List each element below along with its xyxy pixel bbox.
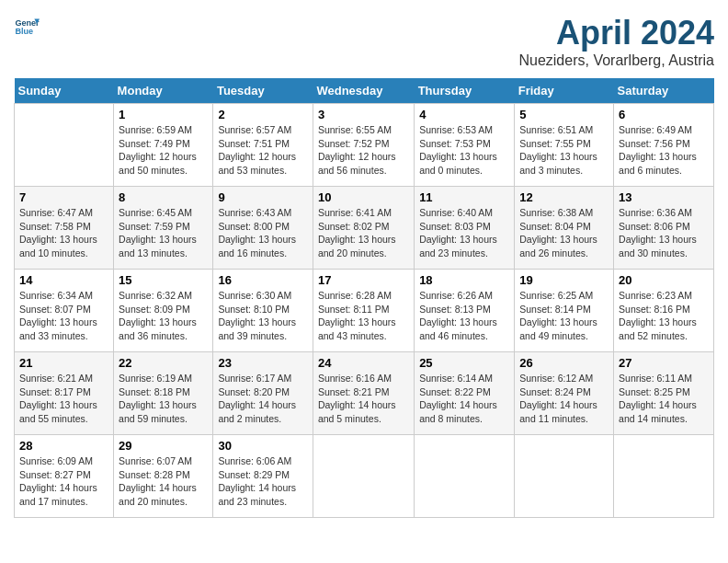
calendar-cell: 30Sunrise: 6:06 AM Sunset: 8:29 PM Dayli… — [213, 435, 313, 518]
calendar-cell: 29Sunrise: 6:07 AM Sunset: 8:28 PM Dayli… — [114, 435, 213, 518]
header-friday: Friday — [515, 78, 614, 104]
calendar-cell: 2Sunrise: 6:57 AM Sunset: 7:51 PM Daylig… — [213, 104, 313, 187]
calendar-cell: 9Sunrise: 6:43 AM Sunset: 8:00 PM Daylig… — [213, 187, 313, 270]
calendar-week-row: 7Sunrise: 6:47 AM Sunset: 7:58 PM Daylig… — [15, 187, 714, 270]
day-number: 17 — [318, 273, 409, 287]
day-number: 25 — [419, 356, 509, 370]
day-info: Sunrise: 6:53 AM Sunset: 7:53 PM Dayligh… — [419, 123, 509, 178]
header-wednesday: Wednesday — [313, 78, 414, 104]
calendar-cell: 20Sunrise: 6:23 AM Sunset: 8:16 PM Dayli… — [614, 270, 714, 352]
day-info: Sunrise: 6:26 AM Sunset: 8:13 PM Dayligh… — [419, 289, 509, 343]
day-number: 4 — [419, 108, 509, 121]
calendar-cell — [614, 435, 714, 518]
day-number: 3 — [318, 108, 409, 121]
day-info: Sunrise: 6:25 AM Sunset: 8:14 PM Dayligh… — [519, 289, 609, 343]
calendar-cell: 3Sunrise: 6:55 AM Sunset: 7:52 PM Daylig… — [313, 104, 414, 187]
day-number: 14 — [19, 273, 108, 287]
day-number: 6 — [619, 108, 709, 121]
calendar-cell: 7Sunrise: 6:47 AM Sunset: 7:58 PM Daylig… — [15, 187, 114, 270]
day-info: Sunrise: 6:09 AM Sunset: 8:27 PM Dayligh… — [19, 454, 108, 509]
month-title: April 2024 — [518, 14, 714, 52]
day-number: 21 — [19, 356, 108, 370]
calendar-week-row: 21Sunrise: 6:21 AM Sunset: 8:17 PM Dayli… — [15, 352, 714, 435]
header-saturday: Saturday — [614, 78, 714, 104]
calendar-cell: 8Sunrise: 6:45 AM Sunset: 7:59 PM Daylig… — [114, 187, 213, 270]
day-info: Sunrise: 6:06 AM Sunset: 8:29 PM Dayligh… — [218, 454, 308, 509]
calendar-week-row: 14Sunrise: 6:34 AM Sunset: 8:07 PM Dayli… — [15, 270, 714, 352]
calendar-cell: 15Sunrise: 6:32 AM Sunset: 8:09 PM Dayli… — [114, 270, 213, 352]
day-info: Sunrise: 6:51 AM Sunset: 7:55 PM Dayligh… — [519, 123, 609, 178]
day-number: 29 — [119, 439, 208, 453]
calendar-cell: 13Sunrise: 6:36 AM Sunset: 8:06 PM Dayli… — [614, 187, 714, 270]
day-number: 22 — [119, 356, 208, 370]
header-tuesday: Tuesday — [213, 78, 313, 104]
calendar-cell: 24Sunrise: 6:16 AM Sunset: 8:21 PM Dayli… — [313, 352, 414, 435]
day-number: 30 — [218, 439, 308, 453]
day-info: Sunrise: 6:28 AM Sunset: 8:11 PM Dayligh… — [318, 289, 409, 343]
day-info: Sunrise: 6:41 AM Sunset: 8:02 PM Dayligh… — [318, 206, 409, 260]
day-number: 2 — [218, 108, 308, 121]
calendar-cell — [313, 435, 414, 518]
day-info: Sunrise: 6:19 AM Sunset: 8:18 PM Dayligh… — [119, 372, 208, 426]
day-info: Sunrise: 6:21 AM Sunset: 8:17 PM Dayligh… — [19, 372, 108, 426]
day-info: Sunrise: 6:14 AM Sunset: 8:22 PM Dayligh… — [419, 372, 509, 426]
calendar-header-row: Sunday Monday Tuesday Wednesday Thursday… — [15, 78, 714, 104]
calendar-cell: 14Sunrise: 6:34 AM Sunset: 8:07 PM Dayli… — [15, 270, 114, 352]
logo-icon: General Blue — [14, 14, 40, 40]
day-info: Sunrise: 6:23 AM Sunset: 8:16 PM Dayligh… — [619, 289, 709, 343]
day-info: Sunrise: 6:12 AM Sunset: 8:24 PM Dayligh… — [519, 372, 609, 426]
calendar-cell: 22Sunrise: 6:19 AM Sunset: 8:18 PM Dayli… — [114, 352, 213, 435]
logo: General Blue — [14, 14, 40, 40]
day-number: 1 — [119, 108, 208, 121]
day-number: 8 — [119, 190, 208, 204]
header-monday: Monday — [114, 78, 213, 104]
calendar-cell — [15, 104, 114, 187]
day-number: 19 — [519, 273, 609, 287]
day-number: 9 — [218, 190, 308, 204]
calendar-cell: 11Sunrise: 6:40 AM Sunset: 8:03 PM Dayli… — [415, 187, 515, 270]
header-thursday: Thursday — [415, 78, 515, 104]
calendar-cell: 23Sunrise: 6:17 AM Sunset: 8:20 PM Dayli… — [213, 352, 313, 435]
day-number: 28 — [19, 439, 108, 453]
calendar-table: Sunday Monday Tuesday Wednesday Thursday… — [14, 78, 714, 518]
day-number: 23 — [218, 356, 308, 370]
day-info: Sunrise: 6:38 AM Sunset: 8:04 PM Dayligh… — [519, 206, 609, 260]
day-number: 15 — [119, 273, 208, 287]
day-number: 10 — [318, 190, 409, 204]
calendar-cell: 27Sunrise: 6:11 AM Sunset: 8:25 PM Dayli… — [614, 352, 714, 435]
calendar-week-row: 28Sunrise: 6:09 AM Sunset: 8:27 PM Dayli… — [15, 435, 714, 518]
svg-text:Blue: Blue — [15, 27, 33, 36]
day-info: Sunrise: 6:07 AM Sunset: 8:28 PM Dayligh… — [119, 454, 208, 509]
calendar-cell: 26Sunrise: 6:12 AM Sunset: 8:24 PM Dayli… — [515, 352, 614, 435]
calendar-cell: 5Sunrise: 6:51 AM Sunset: 7:55 PM Daylig… — [515, 104, 614, 187]
calendar-cell: 10Sunrise: 6:41 AM Sunset: 8:02 PM Dayli… — [313, 187, 414, 270]
day-number: 27 — [619, 356, 709, 370]
calendar-cell: 19Sunrise: 6:25 AM Sunset: 8:14 PM Dayli… — [515, 270, 614, 352]
day-info: Sunrise: 6:32 AM Sunset: 8:09 PM Dayligh… — [119, 289, 208, 343]
day-info: Sunrise: 6:30 AM Sunset: 8:10 PM Dayligh… — [218, 289, 308, 343]
day-number: 24 — [318, 356, 409, 370]
day-info: Sunrise: 6:36 AM Sunset: 8:06 PM Dayligh… — [619, 206, 709, 260]
calendar-cell: 16Sunrise: 6:30 AM Sunset: 8:10 PM Dayli… — [213, 270, 313, 352]
day-info: Sunrise: 6:16 AM Sunset: 8:21 PM Dayligh… — [318, 372, 409, 426]
day-number: 20 — [619, 273, 709, 287]
day-number: 13 — [619, 190, 709, 204]
day-info: Sunrise: 6:47 AM Sunset: 7:58 PM Dayligh… — [19, 206, 108, 260]
title-section: April 2024 Nueziders, Vorarlberg, Austri… — [518, 14, 714, 69]
day-number: 18 — [419, 273, 509, 287]
location-title: Nueziders, Vorarlberg, Austria — [518, 52, 714, 69]
day-info: Sunrise: 6:59 AM Sunset: 7:49 PM Dayligh… — [119, 123, 208, 178]
day-number: 12 — [519, 190, 609, 204]
day-info: Sunrise: 6:11 AM Sunset: 8:25 PM Dayligh… — [619, 372, 709, 426]
calendar-cell: 28Sunrise: 6:09 AM Sunset: 8:27 PM Dayli… — [15, 435, 114, 518]
day-info: Sunrise: 6:40 AM Sunset: 8:03 PM Dayligh… — [419, 206, 509, 260]
day-info: Sunrise: 6:43 AM Sunset: 8:00 PM Dayligh… — [218, 206, 308, 260]
day-number: 26 — [519, 356, 609, 370]
calendar-cell: 6Sunrise: 6:49 AM Sunset: 7:56 PM Daylig… — [614, 104, 714, 187]
day-info: Sunrise: 6:49 AM Sunset: 7:56 PM Dayligh… — [619, 123, 709, 178]
calendar-cell: 1Sunrise: 6:59 AM Sunset: 7:49 PM Daylig… — [114, 104, 213, 187]
calendar-cell: 21Sunrise: 6:21 AM Sunset: 8:17 PM Dayli… — [15, 352, 114, 435]
calendar-cell: 25Sunrise: 6:14 AM Sunset: 8:22 PM Dayli… — [415, 352, 515, 435]
day-number: 16 — [218, 273, 308, 287]
day-info: Sunrise: 6:17 AM Sunset: 8:20 PM Dayligh… — [218, 372, 308, 426]
